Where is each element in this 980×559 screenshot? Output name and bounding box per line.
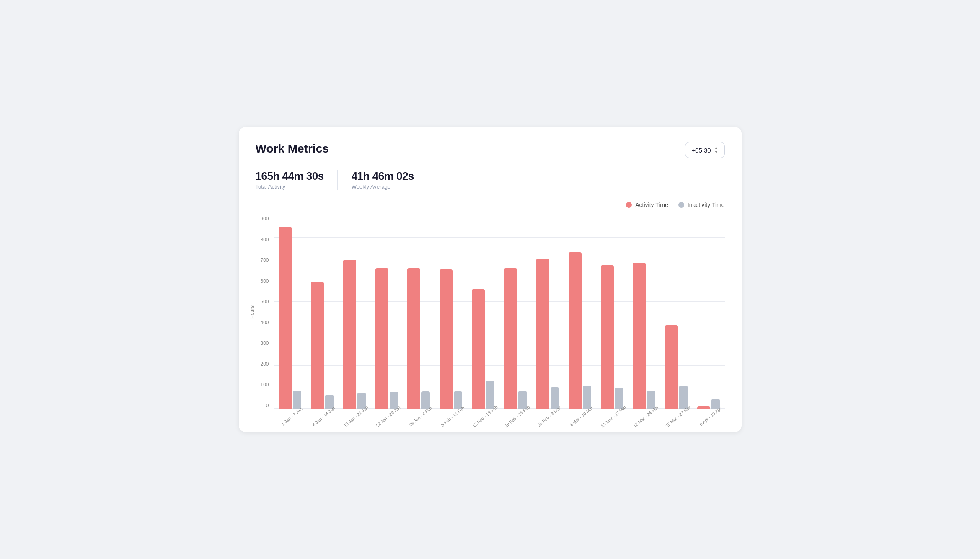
inactivity-bar[interactable]	[486, 381, 494, 409]
y-axis-label: 300	[260, 340, 269, 346]
activity-bar[interactable]	[601, 265, 614, 409]
activity-bar[interactable]	[343, 260, 356, 409]
activity-bar[interactable]	[504, 268, 517, 409]
activity-bar[interactable]	[697, 406, 710, 409]
bar-group	[338, 260, 370, 409]
page-title: Work Metrics	[256, 142, 329, 155]
y-axis-label: 0	[266, 403, 269, 409]
weekly-average-value: 41h 46m 02s	[352, 170, 414, 183]
inactivity-legend-dot	[678, 202, 684, 208]
activity-bar[interactable]	[440, 269, 453, 409]
inactivity-bar[interactable]	[583, 386, 591, 409]
bar-group	[467, 289, 499, 409]
y-axis-label: 600	[260, 278, 269, 284]
activity-legend-label: Activity Time	[635, 202, 668, 208]
y-axis-label: 100	[260, 382, 269, 388]
bar-group	[403, 268, 435, 409]
activity-bar[interactable]	[536, 259, 549, 409]
activity-bar[interactable]	[472, 289, 485, 409]
y-axis-label: 500	[260, 299, 269, 305]
activity-bar[interactable]	[279, 227, 292, 409]
total-activity-value: 165h 44m 30s	[256, 170, 324, 183]
chart-body	[274, 216, 725, 409]
activity-legend-dot	[626, 202, 632, 208]
total-activity-label: Total Activity	[256, 184, 324, 190]
chart-wrapper: Hours 0100200300400500600700800900	[256, 216, 725, 409]
y-axis: 0100200300400500600700800900	[256, 216, 274, 409]
weekly-average-label: Weekly Average	[352, 184, 414, 190]
total-activity-stat: 165h 44m 30s Total Activity	[256, 170, 338, 190]
activity-bar[interactable]	[407, 268, 420, 409]
bar-group	[274, 227, 306, 409]
bar-group	[499, 268, 532, 409]
inactivity-legend-item: Inactivity Time	[678, 202, 725, 208]
bar-group	[531, 259, 564, 409]
inactivity-legend-label: Inactivity Time	[688, 202, 725, 208]
y-axis-label: 900	[260, 216, 269, 222]
timezone-selector[interactable]: +05:30 ▲ ▼	[685, 142, 724, 158]
bar-group	[660, 325, 693, 409]
timezone-arrows-icon: ▲ ▼	[714, 146, 719, 154]
header-row: Work Metrics +05:30 ▲ ▼	[256, 142, 725, 158]
bar-group	[306, 282, 338, 409]
timezone-value: +05:30	[691, 147, 711, 154]
activity-bar[interactable]	[665, 325, 678, 409]
x-labels-inner: 1 Jan - 7 Jan8 Jan - 14 Jan15 Jan - 21 J…	[274, 411, 725, 419]
activity-bar[interactable]	[311, 282, 324, 409]
bar-group	[370, 268, 403, 409]
activity-legend-item: Activity Time	[626, 202, 668, 208]
activity-bar[interactable]	[569, 252, 582, 409]
bar-group	[628, 263, 660, 409]
chart-area: Activity Time Inactivity Time Hours 0100…	[256, 202, 725, 419]
bar-group	[596, 265, 628, 409]
y-axis-label: 800	[260, 237, 269, 243]
bar-group	[564, 252, 596, 409]
bars-container	[274, 216, 725, 409]
activity-bar[interactable]	[633, 263, 646, 409]
inactivity-bar[interactable]	[679, 386, 688, 409]
stats-row: 165h 44m 30s Total Activity 41h 46m 02s …	[256, 170, 725, 190]
y-axis-label: 700	[260, 257, 269, 263]
legend: Activity Time Inactivity Time	[256, 202, 725, 208]
x-labels-row: 1 Jan - 7 Jan8 Jan - 14 Jan15 Jan - 21 J…	[256, 411, 725, 419]
activity-bar[interactable]	[375, 268, 388, 409]
work-metrics-card: Work Metrics +05:30 ▲ ▼ 165h 44m 30s Tot…	[239, 127, 742, 432]
y-axis-label: 200	[260, 361, 269, 367]
weekly-average-stat: 41h 46m 02s Weekly Average	[352, 170, 427, 190]
y-axis-label: 400	[260, 320, 269, 326]
bar-group	[435, 269, 467, 409]
y-axis-title: Hours	[249, 305, 255, 319]
